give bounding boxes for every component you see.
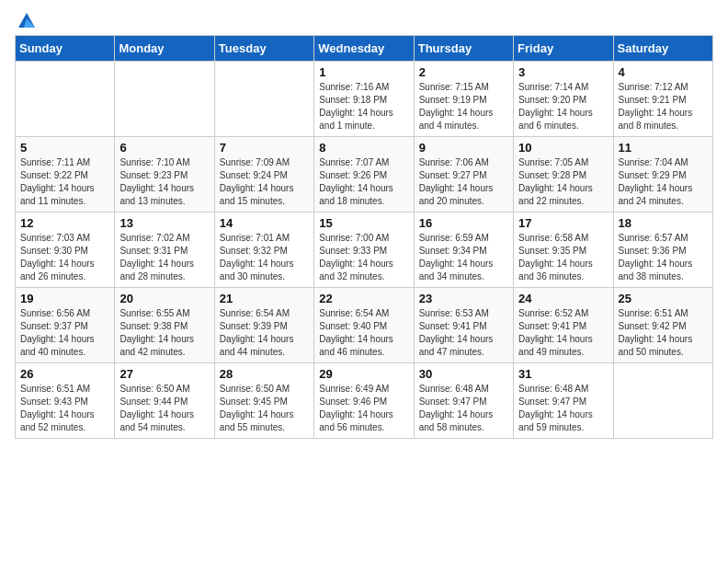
weekday-header-row: SundayMondayTuesdayWednesdayThursdayFrid…: [16, 36, 713, 62]
day-info: Sunrise: 6:48 AM Sunset: 9:47 PM Dayligh…: [419, 383, 508, 434]
day-number: 8: [319, 141, 408, 155]
day-info: Sunrise: 6:51 AM Sunset: 9:42 PM Dayligh…: [619, 307, 708, 359]
day-number: 3: [518, 65, 608, 79]
calendar-cell: 12Sunrise: 7:03 AM Sunset: 9:30 PM Dayli…: [16, 213, 115, 288]
day-number: 2: [419, 65, 508, 79]
day-info: Sunrise: 6:54 AM Sunset: 9:39 PM Dayligh…: [220, 307, 309, 359]
calendar-cell: 10Sunrise: 7:05 AM Sunset: 9:28 PM Dayli…: [514, 137, 613, 213]
calendar-cell: 4Sunrise: 7:12 AM Sunset: 9:21 PM Daylig…: [613, 62, 712, 137]
day-number: 22: [319, 292, 408, 305]
calendar-week-row: 5Sunrise: 7:11 AM Sunset: 9:22 PM Daylig…: [16, 137, 713, 213]
calendar-cell: [214, 62, 313, 137]
day-number: 20: [119, 292, 209, 305]
day-number: 30: [419, 367, 508, 381]
day-info: Sunrise: 7:15 AM Sunset: 9:19 PM Dayligh…: [419, 81, 508, 132]
day-number: 27: [119, 367, 209, 381]
day-info: Sunrise: 7:09 AM Sunset: 9:24 PM Dayligh…: [220, 156, 309, 208]
calendar-cell: 24Sunrise: 6:52 AM Sunset: 9:41 PM Dayli…: [514, 288, 613, 363]
day-number: 10: [518, 141, 608, 155]
logo: [15, 15, 37, 24]
day-info: Sunrise: 6:56 AM Sunset: 9:37 PM Dayligh…: [20, 307, 109, 359]
day-info: Sunrise: 6:50 AM Sunset: 9:44 PM Dayligh…: [119, 383, 209, 434]
calendar-cell: 1Sunrise: 7:16 AM Sunset: 9:18 PM Daylig…: [314, 62, 414, 137]
day-info: Sunrise: 7:02 AM Sunset: 9:31 PM Dayligh…: [119, 232, 209, 283]
day-info: Sunrise: 6:48 AM Sunset: 9:47 PM Dayligh…: [518, 383, 608, 434]
day-number: 13: [119, 216, 209, 230]
day-number: 24: [518, 292, 608, 305]
calendar-cell: 15Sunrise: 7:00 AM Sunset: 9:33 PM Dayli…: [314, 213, 414, 288]
calendar-cell: 17Sunrise: 6:58 AM Sunset: 9:35 PM Dayli…: [514, 213, 613, 288]
day-number: 28: [220, 367, 309, 381]
calendar-table: SundayMondayTuesdayWednesdayThursdayFrid…: [15, 35, 713, 439]
day-number: 1: [319, 65, 408, 79]
day-info: Sunrise: 7:01 AM Sunset: 9:32 PM Dayligh…: [220, 232, 309, 283]
day-info: Sunrise: 6:54 AM Sunset: 9:40 PM Dayligh…: [319, 307, 408, 359]
day-info: Sunrise: 6:55 AM Sunset: 9:38 PM Dayligh…: [119, 307, 209, 359]
day-info: Sunrise: 7:00 AM Sunset: 9:33 PM Dayligh…: [319, 232, 408, 283]
day-number: 11: [619, 141, 708, 155]
calendar-cell: 14Sunrise: 7:01 AM Sunset: 9:32 PM Dayli…: [214, 213, 313, 288]
calendar-cell: 5Sunrise: 7:11 AM Sunset: 9:22 PM Daylig…: [16, 137, 115, 213]
calendar-cell: [613, 363, 712, 439]
day-info: Sunrise: 7:07 AM Sunset: 9:26 PM Dayligh…: [319, 156, 408, 208]
day-number: 23: [419, 292, 508, 305]
day-info: Sunrise: 7:12 AM Sunset: 9:21 PM Dayligh…: [619, 81, 708, 132]
day-number: 21: [220, 292, 309, 305]
day-info: Sunrise: 7:04 AM Sunset: 9:29 PM Dayligh…: [619, 156, 708, 208]
calendar-cell: 20Sunrise: 6:55 AM Sunset: 9:38 PM Dayli…: [115, 288, 214, 363]
calendar-cell: [16, 62, 115, 137]
calendar-week-row: 19Sunrise: 6:56 AM Sunset: 9:37 PM Dayli…: [16, 288, 713, 363]
day-info: Sunrise: 6:57 AM Sunset: 9:36 PM Dayligh…: [619, 232, 708, 283]
page-header: [15, 15, 713, 24]
weekday-header-thursday: Thursday: [414, 36, 513, 62]
day-number: 18: [619, 216, 708, 230]
day-number: 19: [20, 292, 109, 305]
day-info: Sunrise: 7:14 AM Sunset: 9:20 PM Dayligh…: [518, 81, 608, 132]
calendar-cell: 22Sunrise: 6:54 AM Sunset: 9:40 PM Dayli…: [314, 288, 414, 363]
day-info: Sunrise: 7:10 AM Sunset: 9:23 PM Dayligh…: [119, 156, 209, 208]
day-number: 7: [220, 141, 309, 155]
calendar-cell: 23Sunrise: 6:53 AM Sunset: 9:41 PM Dayli…: [414, 288, 513, 363]
calendar-cell: 18Sunrise: 6:57 AM Sunset: 9:36 PM Dayli…: [613, 213, 712, 288]
calendar-cell: 30Sunrise: 6:48 AM Sunset: 9:47 PM Dayli…: [414, 363, 513, 439]
day-number: 4: [619, 65, 708, 79]
day-info: Sunrise: 6:53 AM Sunset: 9:41 PM Dayligh…: [419, 307, 508, 359]
calendar-cell: 29Sunrise: 6:49 AM Sunset: 9:46 PM Dayli…: [314, 363, 414, 439]
day-info: Sunrise: 6:49 AM Sunset: 9:46 PM Dayligh…: [319, 383, 408, 434]
calendar-cell: 27Sunrise: 6:50 AM Sunset: 9:44 PM Dayli…: [115, 363, 214, 439]
day-info: Sunrise: 7:11 AM Sunset: 9:22 PM Dayligh…: [20, 156, 109, 208]
day-info: Sunrise: 7:06 AM Sunset: 9:27 PM Dayligh…: [419, 156, 508, 208]
calendar-week-row: 1Sunrise: 7:16 AM Sunset: 9:18 PM Daylig…: [16, 62, 713, 137]
calendar-cell: 9Sunrise: 7:06 AM Sunset: 9:27 PM Daylig…: [414, 137, 513, 213]
calendar-cell: 11Sunrise: 7:04 AM Sunset: 9:29 PM Dayli…: [613, 137, 712, 213]
calendar-cell: 6Sunrise: 7:10 AM Sunset: 9:23 PM Daylig…: [115, 137, 214, 213]
day-info: Sunrise: 7:05 AM Sunset: 9:28 PM Dayligh…: [518, 156, 608, 208]
calendar-cell: 19Sunrise: 6:56 AM Sunset: 9:37 PM Dayli…: [16, 288, 115, 363]
day-number: 15: [319, 216, 408, 230]
weekday-header-wednesday: Wednesday: [314, 36, 414, 62]
weekday-header-friday: Friday: [514, 36, 613, 62]
day-number: 14: [220, 216, 309, 230]
day-number: 6: [119, 141, 209, 155]
calendar-week-row: 26Sunrise: 6:51 AM Sunset: 9:43 PM Dayli…: [16, 363, 713, 439]
calendar-cell: 7Sunrise: 7:09 AM Sunset: 9:24 PM Daylig…: [214, 137, 313, 213]
calendar-cell: 2Sunrise: 7:15 AM Sunset: 9:19 PM Daylig…: [414, 62, 513, 137]
day-number: 16: [419, 216, 508, 230]
calendar-cell: 28Sunrise: 6:50 AM Sunset: 9:45 PM Dayli…: [214, 363, 313, 439]
day-info: Sunrise: 6:59 AM Sunset: 9:34 PM Dayligh…: [419, 232, 508, 283]
day-number: 26: [20, 367, 109, 381]
day-info: Sunrise: 6:50 AM Sunset: 9:45 PM Dayligh…: [220, 383, 309, 434]
calendar-cell: 25Sunrise: 6:51 AM Sunset: 9:42 PM Dayli…: [613, 288, 712, 363]
calendar-cell: 26Sunrise: 6:51 AM Sunset: 9:43 PM Dayli…: [16, 363, 115, 439]
logo-icon: [17, 11, 37, 29]
calendar-cell: 21Sunrise: 6:54 AM Sunset: 9:39 PM Dayli…: [214, 288, 313, 363]
day-number: 9: [419, 141, 508, 155]
calendar-cell: 31Sunrise: 6:48 AM Sunset: 9:47 PM Dayli…: [514, 363, 613, 439]
calendar-cell: 13Sunrise: 7:02 AM Sunset: 9:31 PM Dayli…: [115, 213, 214, 288]
day-number: 5: [20, 141, 109, 155]
day-info: Sunrise: 7:03 AM Sunset: 9:30 PM Dayligh…: [20, 232, 109, 283]
weekday-header-saturday: Saturday: [613, 36, 712, 62]
day-number: 17: [518, 216, 608, 230]
day-number: 25: [619, 292, 708, 305]
weekday-header-sunday: Sunday: [16, 36, 115, 62]
